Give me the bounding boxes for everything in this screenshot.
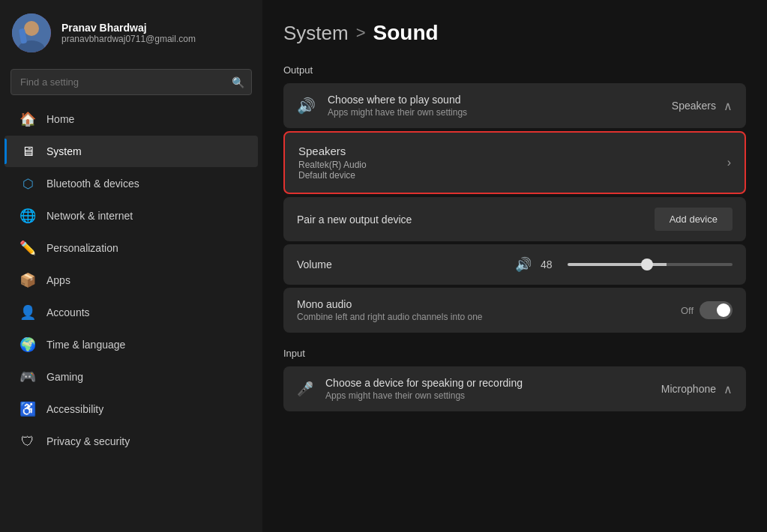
toggle-thumb [717, 303, 730, 317]
nav-list: 🏠 Home 🖥 System ⬡ Bluetooth & devices 🌐 … [0, 103, 262, 532]
sidebar-item-label: Personalization [46, 242, 118, 254]
home-icon: 🏠 [19, 111, 36, 127]
sidebar-item-network[interactable]: 🌐 Network & internet [4, 200, 258, 232]
sidebar-item-personalization[interactable]: ✏️ Personalization [4, 232, 258, 264]
output-choose-value: Speakers [672, 100, 716, 112]
output-section-label: Output [283, 64, 746, 76]
mono-title: Mono audio [297, 298, 681, 310]
volume-value: 48 [541, 259, 559, 270]
search-icon: 🔍 [232, 76, 244, 88]
search-box: 🔍 [10, 69, 252, 95]
sidebar-item-label: Home [46, 113, 74, 125]
sidebar-item-privacy[interactable]: 🛡 Privacy & security [4, 426, 258, 457]
sidebar-item-home[interactable]: 🏠 Home [4, 103, 258, 135]
sidebar-item-accounts[interactable]: 👤 Accounts [4, 297, 258, 328]
add-device-card: Pair a new output device Add device [283, 197, 746, 241]
sidebar-item-label: Accessibility [46, 403, 103, 415]
output-choose-card: 🔊 Choose where to play sound Apps might … [283, 83, 746, 128]
search-input[interactable] [10, 69, 252, 95]
speakers-content: Speakers Realtek(R) Audio Default device [298, 145, 727, 181]
speakers-title: Speakers [298, 145, 727, 157]
sidebar-item-label: Gaming [46, 371, 83, 383]
user-name: Pranav Bhardwaj [61, 22, 196, 34]
volume-row: Volume 🔊 48 [283, 244, 746, 285]
input-section: Input 🎤 Choose a device for speaking or … [283, 348, 746, 411]
apps-icon: 📦 [19, 272, 36, 288]
sidebar-item-accessibility[interactable]: ♿ Accessibility [4, 393, 258, 425]
input-choose-value: Microphone [661, 383, 716, 395]
sidebar: Pranav Bhardwaj pranavbhardwaj0711@gmail… [0, 0, 262, 532]
network-icon: 🌐 [19, 208, 36, 224]
mono-audio-row: Mono audio Combine left and right audio … [283, 288, 746, 333]
mono-toggle-container: Off [681, 301, 733, 319]
main-content: System > Sound Output 🔊 Choose where to … [262, 0, 767, 532]
mono-content: Mono audio Combine left and right audio … [297, 298, 681, 322]
breadcrumb-parent: System [283, 22, 349, 45]
speakers-chevron-icon: › [727, 156, 731, 169]
sidebar-item-label: Apps [46, 274, 70, 286]
output-choose-right: Speakers ∧ [672, 99, 733, 113]
user-email: pranavbhardwaj0711@gmail.com [61, 34, 196, 44]
user-profile[interactable]: Pranav Bhardwaj pranavbhardwaj0711@gmail… [0, 0, 262, 66]
sidebar-item-bluetooth[interactable]: ⬡ Bluetooth & devices [4, 168, 258, 199]
mono-toggle[interactable] [700, 301, 733, 319]
volume-card: Volume 🔊 48 [283, 244, 746, 285]
accessibility-icon: ♿ [19, 401, 36, 417]
volume-slider[interactable] [568, 263, 733, 266]
accounts-icon: 👤 [19, 304, 36, 321]
output-choose-title: Choose where to play sound [328, 94, 672, 106]
volume-label: Volume [297, 259, 515, 270]
privacy-icon: 🛡 [19, 433, 36, 450]
speaker-icon: 🔊 [297, 97, 316, 115]
input-choose-title: Choose a device for speaking or recordin… [325, 377, 661, 389]
sidebar-item-gaming[interactable]: 🎮 Gaming [4, 361, 258, 393]
volume-right: 🔊 48 [515, 256, 733, 273]
sidebar-item-system[interactable]: 🖥 System [4, 136, 258, 167]
add-device-label: Pair a new output device [297, 214, 412, 226]
bluetooth-icon: ⬡ [19, 175, 36, 192]
speakers-card[interactable]: Speakers Realtek(R) Audio Default device… [283, 131, 746, 194]
sidebar-item-label: Bluetooth & devices [46, 178, 139, 190]
speakers-sub2: Default device [298, 170, 727, 181]
input-choose-subtitle: Apps might have their own settings [325, 390, 661, 401]
breadcrumb-separator: > [356, 23, 366, 43]
sidebar-item-label: System [46, 145, 82, 157]
input-section-label: Input [283, 348, 746, 359]
microphone-chevron-up-icon: ∧ [724, 382, 733, 396]
output-section: Output 🔊 Choose where to play sound Apps… [283, 64, 746, 333]
output-choose-row[interactable]: 🔊 Choose where to play sound Apps might … [283, 83, 746, 128]
input-choose-row[interactable]: 🎤 Choose a device for speaking or record… [283, 366, 746, 411]
svg-point-1 [24, 21, 39, 36]
gaming-icon: 🎮 [19, 369, 36, 385]
input-choose-card: 🎤 Choose a device for speaking or record… [283, 366, 746, 411]
output-choose-content: Choose where to play sound Apps might ha… [328, 94, 672, 118]
personalization-icon: ✏️ [19, 240, 36, 256]
input-choose-content: Choose a device for speaking or recordin… [325, 377, 661, 401]
sidebar-item-apps[interactable]: 📦 Apps [4, 265, 258, 296]
sidebar-item-time[interactable]: 🌍 Time & language [4, 329, 258, 360]
chevron-up-icon: ∧ [724, 99, 733, 113]
mono-audio-card: Mono audio Combine left and right audio … [283, 288, 746, 333]
output-choose-subtitle: Apps might have their own settings [328, 107, 672, 118]
volume-icon: 🔊 [515, 256, 532, 273]
add-device-row: Pair a new output device Add device [283, 197, 746, 241]
user-info: Pranav Bhardwaj pranavbhardwaj0711@gmail… [61, 22, 196, 44]
sidebar-item-label: Network & internet [46, 210, 133, 222]
avatar [12, 13, 51, 52]
sidebar-item-label: Time & language [46, 339, 125, 351]
time-icon: 🌍 [19, 336, 36, 353]
mono-subtitle: Combine left and right audio channels in… [297, 312, 681, 322]
add-device-button[interactable]: Add device [655, 208, 733, 231]
mono-toggle-label: Off [681, 305, 694, 316]
input-choose-right: Microphone ∧ [661, 382, 733, 396]
microphone-icon: 🎤 [297, 381, 313, 397]
breadcrumb: System > Sound [283, 21, 746, 45]
sidebar-item-label: Accounts [46, 306, 90, 318]
speakers-sub1: Realtek(R) Audio [298, 160, 727, 170]
page-title: Sound [373, 21, 439, 45]
speakers-row[interactable]: Speakers Realtek(R) Audio Default device… [285, 133, 745, 193]
sidebar-item-label: Privacy & security [46, 435, 130, 447]
system-icon: 🖥 [19, 143, 36, 160]
